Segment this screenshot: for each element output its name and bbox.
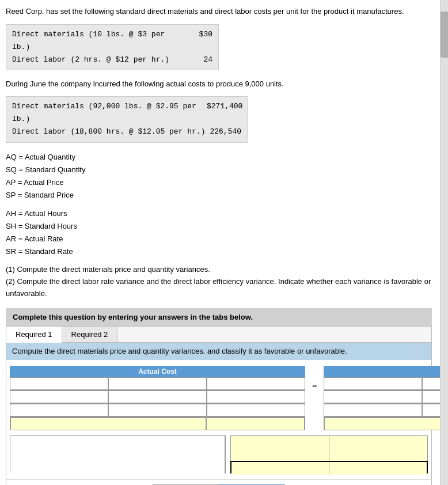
tab-header-bar: Compute the direct materials price and q…	[6, 343, 431, 360]
bottom-right-row-1	[230, 435, 428, 448]
tabs-area: Required 1 Required 2 Compute the direct…	[6, 326, 432, 485]
actual-total-c1[interactable]	[10, 418, 206, 430]
top-grid: Actual Cost	[10, 366, 428, 430]
middle-section	[324, 366, 448, 430]
bottom-right-section	[230, 435, 428, 473]
intro-paragraph1: Reed Corp. has set the following standar…	[6, 6, 432, 17]
bottom-right-row-3	[230, 461, 428, 473]
main-content: Reed Corp. has set the following standar…	[0, 0, 440, 485]
abbrev-ap: AP = Actual Price	[6, 176, 432, 189]
bottom-left-r1c1[interactable]	[10, 436, 225, 449]
complete-box: Complete this question by entering your …	[6, 308, 432, 326]
actual-cost-section: Actual Cost	[10, 366, 305, 430]
bottom-worksheet	[10, 435, 428, 473]
cost-row-1: Direct materials (10 lbs. @ $3 per lb.) …	[12, 28, 212, 54]
cost-label-1: Direct materials (10 lbs. @ $3 per lb.)	[12, 28, 178, 54]
tab-content: Compute the direct materials price and q…	[6, 343, 431, 485]
complete-text: Complete this question by entering your …	[13, 313, 253, 321]
actual-cell-r2c2[interactable]	[108, 391, 207, 403]
actual-cost-header: Actual Cost	[10, 366, 305, 377]
abbreviations-block: AQ = Actual Quantity SQ = Standard Quant…	[6, 151, 432, 259]
bottom-right-r1c1[interactable]	[231, 436, 329, 449]
actual-row-2	[10, 391, 305, 404]
actual-cell-r2c3[interactable]	[207, 391, 305, 403]
operator-minus: −	[310, 366, 319, 418]
bottom-right-r1c2[interactable]	[329, 436, 427, 449]
minus-symbol: −	[312, 380, 317, 392]
tab-required1[interactable]: Required 1	[6, 327, 62, 343]
section-paragraph2: During June the company incurred the fol…	[6, 78, 432, 90]
actual-cell-r1c3[interactable]	[207, 377, 305, 390]
bottom-left-r2c1[interactable]	[10, 448, 225, 461]
actual-total-c2[interactable]	[206, 418, 305, 430]
bottom-right-r2c1[interactable]	[231, 448, 329, 461]
actual-row-3	[10, 404, 305, 417]
abbrev-ar: AR = Actual Rate	[6, 233, 432, 245]
scrollbar-thumb[interactable]	[441, 12, 448, 58]
abbrev-sp: SP = Standard Price	[6, 189, 432, 202]
worksheet-area: Actual Cost	[6, 360, 431, 479]
instructions-block: (1) Compute the direct materials price a…	[6, 264, 432, 300]
bottom-left-section	[10, 435, 226, 473]
bottom-right-row-2	[230, 448, 428, 461]
scrollbar-right[interactable]	[440, 0, 448, 485]
middle-row-2	[324, 391, 448, 404]
cost-value-2: 24	[178, 54, 212, 66]
cost-value-1: $30	[178, 28, 212, 54]
cost-table-2: Direct materials (92,000 lbs. @ $2.95 pe…	[6, 96, 248, 142]
abbrev-group1: AQ = Actual Quantity SQ = Standard Quant…	[6, 151, 432, 202]
abbrev-sh: SH = Standard Hours	[6, 220, 432, 233]
actual-cell-r1c1[interactable]	[10, 377, 108, 390]
cost-value-4: 226,540	[207, 126, 241, 138]
tab-header-text: Compute the direct materials price and q…	[12, 347, 347, 355]
middle-total-c1[interactable]	[324, 418, 448, 430]
bottom-right-r2c2[interactable]	[329, 448, 427, 461]
abbrev-sr: SR = Standard Rate	[6, 245, 432, 258]
abbrev-ah: AH = Actual Hours	[6, 207, 432, 220]
middle-cell-r1c1[interactable]	[324, 377, 422, 390]
cost-row-4: Direct labor (18,800 hrs. @ $12.05 per h…	[12, 126, 241, 138]
cost-label-2: Direct labor (2 hrs. @ $12 per hr.)	[12, 54, 169, 66]
actual-cell-r2c1[interactable]	[10, 391, 108, 403]
middle-cell-r2c1[interactable]	[324, 391, 422, 403]
middle-row-3	[324, 404, 448, 417]
cost-row-2: Direct labor (2 hrs. @ $12 per hr.) 24	[12, 54, 212, 66]
cost-label-3: Direct materials (92,000 lbs. @ $2.95 pe…	[12, 100, 207, 126]
bottom-left-r3c1[interactable]	[10, 461, 225, 473]
middle-total-row	[324, 417, 448, 430]
abbrev-sq: SQ = Standard Quantity	[6, 164, 432, 176]
nav-bar: < Required 1 Required 2 >	[6, 479, 431, 485]
cost-row-3: Direct materials (92,000 lbs. @ $2.95 pe…	[12, 100, 241, 126]
bottom-row-2	[10, 448, 226, 461]
middle-header	[324, 366, 448, 377]
actual-total-row	[10, 417, 305, 430]
actual-cell-r1c2[interactable]	[108, 377, 207, 390]
actual-cell-r3c1[interactable]	[10, 404, 108, 416]
cost-value-3: $271,400	[207, 100, 241, 126]
actual-row-1	[10, 377, 305, 391]
bottom-right-r3c1[interactable]	[231, 462, 329, 475]
page-wrapper: Reed Corp. has set the following standar…	[0, 0, 448, 485]
middle-cell-r3c1[interactable]	[324, 404, 422, 416]
cost-table-1: Direct materials (10 lbs. @ $3 per lb.) …	[6, 24, 219, 70]
bottom-row-3	[10, 461, 226, 473]
instruction-1: (1) Compute the direct materials price a…	[6, 264, 432, 276]
bottom-row-1	[10, 435, 226, 448]
bottom-right-r3c2[interactable]	[329, 462, 427, 475]
cost-label-4: Direct labor (18,800 hrs. @ $12.05 per h…	[12, 126, 205, 138]
tab-bar: Required 1 Required 2	[6, 327, 431, 343]
abbrev-group2: AH = Actual Hours SH = Standard Hours AR…	[6, 207, 432, 258]
instruction-2: (2) Compute the direct labor rate varian…	[6, 276, 432, 300]
actual-cell-r3c3[interactable]	[207, 404, 305, 416]
abbrev-aq: AQ = Actual Quantity	[6, 151, 432, 164]
tab-required2[interactable]: Required 2	[62, 327, 118, 342]
actual-cell-r3c2[interactable]	[108, 404, 207, 416]
middle-row-1	[324, 377, 448, 391]
